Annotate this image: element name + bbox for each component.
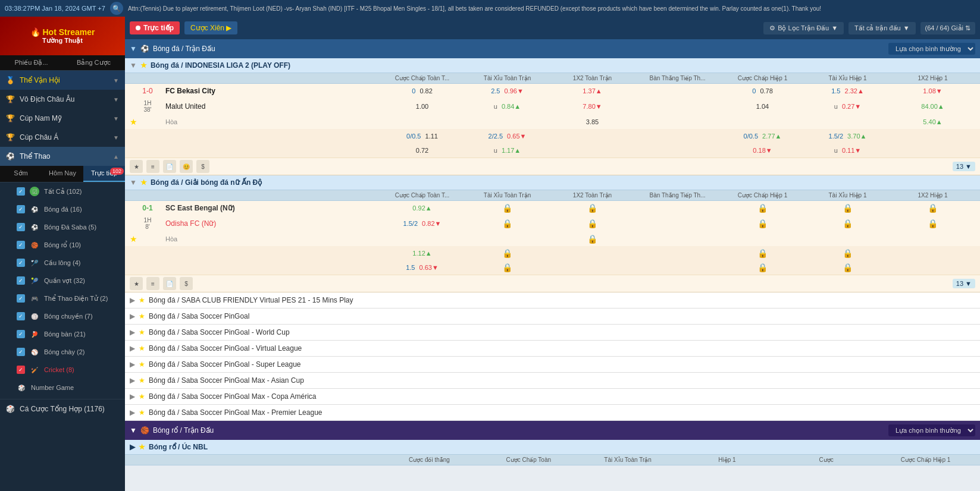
- odds-alt2-chap-h1[interactable]: 0.18▼: [720, 147, 805, 154]
- odds-chap-r1[interactable]: 0 0.82: [380, 87, 465, 95]
- collapsed-saba-asian[interactable]: ▶ ★ Bóng đá / Saba Soccer PinGoal Max - …: [125, 373, 980, 389]
- action-doc[interactable]: 📄: [163, 160, 176, 173]
- india-alt2-chap[interactable]: 1.5 0.63▼: [380, 264, 465, 271]
- collapsed-saba-worldcup[interactable]: ▶ ★ Bóng đá / Saba Soccer PinGoal - Worl…: [125, 325, 980, 341]
- expand-icon[interactable]: ▼: [965, 163, 972, 170]
- odds-alt-chap[interactable]: 0/0.5 1.11: [380, 133, 465, 140]
- action-star[interactable]: ★: [130, 160, 143, 173]
- col-bt-india: Bàn Thắng Tiếp Th...: [635, 192, 720, 199]
- match-india-1: 0-1 SC East Bengal (Nữ) 0.92▲ 🔒 🔒: [125, 201, 980, 292]
- collapse-india[interactable]: ▼: [130, 178, 137, 187]
- star-indonesia[interactable]: ★: [140, 61, 147, 70]
- cuoc-xien-button[interactable]: Cược Xiên ▶: [184, 21, 237, 34]
- handicap-r1: 0: [412, 87, 415, 95]
- india-chap-r1[interactable]: 0.92▲: [380, 204, 465, 212]
- expand-bong-ro-nbl[interactable]: ▶: [130, 443, 135, 451]
- sidebar-sub-esport[interactable]: ✓ 🎮 Thể Thao Điện Tử (2): [0, 289, 125, 307]
- bang-cuoc-tab[interactable]: Bảng Cược: [62, 55, 125, 70]
- expand-icon-india[interactable]: ▼: [965, 280, 972, 287]
- tab-hom-nay[interactable]: Hôm Nay: [42, 166, 83, 182]
- league-india-women-header: ▼ ★ Bóng đá / Giải bóng đá nữ Ấn Độ: [125, 175, 980, 190]
- action-doc-india[interactable]: 📄: [163, 277, 176, 290]
- tab-som[interactable]: Sớm: [0, 166, 42, 182]
- checkbox-quan-vot: ✓: [17, 276, 25, 285]
- odds-alt2-chap[interactable]: 0.72: [380, 147, 465, 154]
- sidebar-sub-bong-ban[interactable]: ✓ 🏓 Bóng bàn (21): [0, 325, 125, 343]
- collapsed-saba-virtual[interactable]: ▶ ★ Bóng đá / Saba Soccer PinGoal - Virt…: [125, 341, 980, 357]
- checkbox-cau-long: ✓: [17, 259, 25, 267]
- col-chap-h1: Cược Chấp Hiệp 1: [720, 75, 805, 81]
- star-match[interactable]: ★: [130, 117, 137, 127]
- collapsed-saba-copa[interactable]: ▶ ★ Bóng đá / Saba Soccer PinGoal Max - …: [125, 389, 980, 405]
- india-chap-r2[interactable]: 1.5/2 0.82▼: [380, 220, 465, 227]
- tat-ca-tran-dau-button[interactable]: Tất cả trận đấu ▼: [849, 22, 915, 34]
- tat-ca-tran-dau-label: Tất cả trận đấu: [854, 24, 901, 32]
- action-list[interactable]: ≡: [146, 160, 159, 173]
- collapse-bong-ro[interactable]: ▼: [130, 426, 137, 435]
- sidebar-sub-bong-chay[interactable]: ✓ ⚾ Bóng chày (2): [0, 343, 125, 361]
- sidebar-item-the-van-hoi[interactable]: 🏅 Thể Vận Hội ▼: [0, 71, 125, 90]
- sidebar-item-cup-nam-my[interactable]: 🏆 Cúp Nam Mỹ ▼: [0, 109, 125, 128]
- sidebar-item-ca-cuoc[interactable]: 🎲 Cá Cược Tổng Hợp (1176): [0, 399, 125, 418]
- sidebar-item-vo-dich-chau-au[interactable]: 🏆 Vô Địch Châu Âu ▼: [0, 90, 125, 109]
- odds-draw-x[interactable]: 3.85: [550, 118, 635, 125]
- star-saba-friendly[interactable]: ★: [139, 296, 145, 304]
- odds-tx-r2[interactable]: u 0.84▲: [465, 103, 550, 110]
- collapsed-saba-friendly[interactable]: ▶ ★ Bóng đá / SABA CLUB FRIENDLY Virtual…: [125, 292, 980, 309]
- collapse-bong-da[interactable]: ▼: [130, 45, 137, 53]
- collapsed-saba-premier[interactable]: ▶ ★ Bóng đá / Saba Soccer PinGoal Max - …: [125, 405, 980, 421]
- odds-chap-h1-r2[interactable]: 1.04: [720, 103, 805, 110]
- sidebar-sub-cricket[interactable]: ✓ 🏏 Cricket (8): [0, 361, 125, 379]
- league-indonesia-title: Bóng đá / INDONESIA LIGA 2 (PLAY OFF): [151, 61, 290, 70]
- india-alt-chap[interactable]: 1.12▲: [380, 250, 465, 257]
- sidebar-sub-number-game[interactable]: 🎲 Number Game: [0, 379, 125, 396]
- odds-tx-r1[interactable]: 2.5 0.96▼: [465, 87, 550, 95]
- odds-1x2-r1[interactable]: 1.37▲: [550, 87, 635, 95]
- action-smiley[interactable]: 😊: [180, 160, 193, 173]
- bo-loc-button[interactable]: ⚙ Bộ Lọc Trận Đấu ▼: [763, 22, 844, 34]
- expand-saba-friendly[interactable]: ▶: [130, 296, 135, 304]
- odds-alt-tx[interactable]: 2/2.5 0.65▼: [465, 133, 550, 140]
- action-list-india[interactable]: ≡: [146, 277, 159, 290]
- action-money[interactable]: $: [196, 160, 209, 173]
- odds-chap-r2[interactable]: 1.00: [380, 103, 465, 110]
- col-ban-thang: Bàn Thắng Tiếp Th...: [635, 75, 720, 81]
- odds-1x2-r2[interactable]: 7.80▼: [550, 103, 635, 110]
- odds-alt2-tx-h1[interactable]: u 0.11▼: [805, 147, 890, 154]
- odds-1x2-h1-r2[interactable]: 84.00▲: [890, 103, 975, 110]
- india-star[interactable]: ★: [130, 234, 137, 244]
- sidebar-sub-bong-chuyen[interactable]: ✓ 🏐 Bóng chuyền (7): [0, 307, 125, 325]
- odds-alt-tx-h1[interactable]: 1.5/2 3.70▲: [805, 133, 890, 140]
- sidebar-sub-cau-long[interactable]: ✓ 🏸 Cầu lông (4): [0, 254, 125, 272]
- odds-chap-h1-r1[interactable]: 0 0.78: [720, 87, 805, 95]
- search-icon[interactable]: 🔍: [110, 2, 123, 15]
- view-select[interactable]: Lựa chọn bình thường: [888, 43, 975, 55]
- action-star-india[interactable]: ★: [130, 277, 143, 290]
- odds-alt2-tx[interactable]: u 1.17▲: [465, 147, 550, 154]
- sidebar-item-the-thao[interactable]: ⚽ Thể Thao ▲: [0, 147, 125, 166]
- sidebar-item-cup-chau-a[interactable]: 🏆 Cúp Châu Á ▼: [0, 128, 125, 147]
- odds-1x2-h1-r1[interactable]: 1.08▼: [890, 87, 975, 95]
- sidebar-sub-bong-da[interactable]: ✓ ⚽ Bóng đá (16): [0, 200, 125, 218]
- collapsed-saba-pingoal[interactable]: ▶ ★ Bóng đá / Saba Soccer PinGoal: [125, 309, 980, 325]
- tab-truc-tiep[interactable]: Trực tiếp 102: [83, 166, 125, 182]
- collapsed-saba-super[interactable]: ▶ ★ Bóng đá / Saba Soccer PinGoal - Supe…: [125, 357, 980, 373]
- section-bong-da-title: Bóng đá / Trận Đấu: [153, 45, 215, 53]
- bong-ro-view-select[interactable]: Lựa chọn bình thường: [888, 424, 975, 436]
- action-money-india[interactable]: $: [180, 277, 193, 290]
- sidebar-sub-bong-da-saba[interactable]: ✓ ⚽ Bóng Đá Saba (5): [0, 218, 125, 236]
- sidebar-sub-bong-ro[interactable]: ✓ 🏀 Bóng rổ (10): [0, 236, 125, 254]
- odds-tx-h1-r1[interactable]: 1.5 2.32▲: [805, 87, 890, 95]
- odds-tx-h1-r2[interactable]: u 0.27▼: [805, 103, 890, 110]
- star-india[interactable]: ★: [140, 178, 147, 187]
- sidebar-sub-tat-ca[interactable]: ✓ ☑ Tất Cả (102): [0, 182, 125, 200]
- phieu-da-tab[interactable]: Phiếu Đặ...: [0, 55, 62, 70]
- match-actions-indonesia: ★ ≡ 📄 😊 $ 13 ▼: [125, 158, 980, 175]
- star-bong-ro-nbl[interactable]: ★: [139, 443, 145, 451]
- sidebar-sub-quan-vot[interactable]: ✓ 🎾 Quần vợt (32): [0, 272, 125, 289]
- odds-alt-chap-h1[interactable]: 0/0.5 2.77▲: [720, 133, 805, 140]
- match-row-alt2: 0.72 u 1.17▲ 0.18▼ u 0.1: [125, 143, 980, 158]
- collapse-indonesia[interactable]: ▼: [130, 61, 137, 70]
- col-doi-thang: Cược đối thắng: [380, 457, 479, 463]
- draw-label: Hòa: [165, 118, 380, 125]
